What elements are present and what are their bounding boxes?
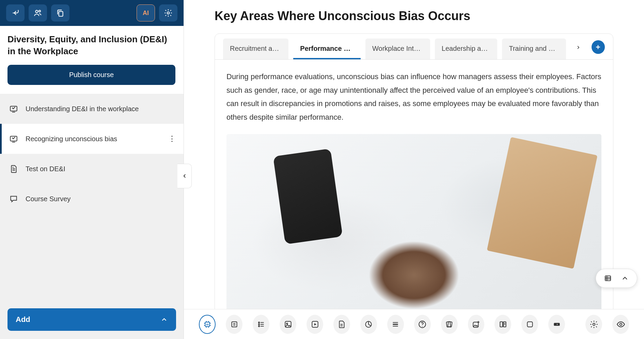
image-plus-icon xyxy=(472,320,481,329)
svg-rect-40 xyxy=(527,322,532,327)
svg-point-30 xyxy=(422,326,423,326)
list-icon xyxy=(257,320,266,329)
tab-leadership[interactable]: Leadership an… xyxy=(435,39,498,59)
tool-list[interactable] xyxy=(253,315,269,334)
bottom-toolbar: AI xyxy=(184,309,644,339)
lesson-list: Understanding DE&I in the workplace Reco… xyxy=(0,94,184,301)
settings-button[interactable] xyxy=(159,4,177,21)
tool-image-plus[interactable] xyxy=(468,315,485,334)
sidebar-top-bar: AI xyxy=(0,0,184,26)
tool-document[interactable] xyxy=(333,315,350,334)
tool-container[interactable] xyxy=(521,315,538,334)
chevron-left-icon xyxy=(182,173,188,179)
add-button[interactable]: Add xyxy=(7,308,176,331)
content-image[interactable] xyxy=(226,134,601,309)
svg-rect-2 xyxy=(59,12,63,16)
outline-collapse-button[interactable] xyxy=(616,270,633,286)
tool-divider[interactable] xyxy=(387,315,404,334)
body-text[interactable]: During performance evaluations, unconsci… xyxy=(226,70,601,124)
outline-list-button[interactable] xyxy=(599,270,616,286)
tool-columns[interactable] xyxy=(494,315,511,334)
content-area: Key Areas Where Unconscious Bias Occurs … xyxy=(184,0,644,309)
svg-point-44 xyxy=(619,323,622,325)
collapse-sidebar-button[interactable] xyxy=(177,164,192,188)
add-tab-button[interactable] xyxy=(592,40,605,54)
ai-button[interactable]: AI xyxy=(137,4,155,21)
tool-preview[interactable] xyxy=(612,315,629,334)
tool-text[interactable] xyxy=(226,315,242,334)
publish-button[interactable]: Publish course xyxy=(7,65,175,85)
plus-icon xyxy=(595,44,601,50)
ai-chip-icon: AI xyxy=(203,320,212,329)
svg-rect-10 xyxy=(232,322,237,327)
lesson-label: Test on DE&I xyxy=(26,165,176,173)
tool-cards[interactable] xyxy=(441,315,458,334)
lesson-label: Course Survey xyxy=(26,195,176,203)
video-icon xyxy=(311,320,319,329)
add-button-label: Add xyxy=(16,315,30,324)
columns-icon xyxy=(499,320,507,329)
chevron-up-icon xyxy=(621,274,629,282)
svg-point-3 xyxy=(167,12,170,14)
list-grid-icon xyxy=(604,274,612,282)
tab-recruitment[interactable]: Recruitment an… xyxy=(223,39,288,59)
tool-video[interactable] xyxy=(307,315,323,334)
floating-outline-chip xyxy=(596,269,637,288)
svg-marker-22 xyxy=(314,323,316,325)
eye-icon xyxy=(616,320,625,329)
tabs-scroll-right[interactable] xyxy=(572,41,585,54)
sidebar: AI Diversity, Equity, and Inclusion (DE&… xyxy=(0,0,184,339)
back-button[interactable] xyxy=(6,4,25,21)
section-title: Key Areas Where Unconscious Bias Occurs xyxy=(215,9,613,23)
tool-settings[interactable] xyxy=(585,315,602,334)
help-icon xyxy=(418,320,427,329)
sidebar-footer: Add xyxy=(0,301,184,339)
svg-point-15 xyxy=(258,325,260,326)
tool-chart[interactable] xyxy=(360,315,377,334)
svg-point-1 xyxy=(39,10,41,12)
svg-text:AI: AI xyxy=(206,323,209,326)
tabs-header: Recruitment an… Performance E… Workplace… xyxy=(215,34,613,60)
tool-help[interactable] xyxy=(414,315,431,334)
tool-ai[interactable]: AI xyxy=(199,315,216,334)
svg-point-14 xyxy=(258,324,260,325)
image-icon xyxy=(284,320,293,329)
tab-training[interactable]: Training and D… xyxy=(502,39,566,59)
lesson-item-recognizing[interactable]: Recognizing unconscious bias ⋮ xyxy=(0,124,184,154)
chevron-up-icon xyxy=(160,316,168,323)
lesson-more-icon[interactable]: ⋮ xyxy=(168,134,176,143)
text-icon xyxy=(230,320,239,329)
slides-icon xyxy=(9,134,18,143)
main: Key Areas Where Unconscious Bias Occurs … xyxy=(184,0,644,339)
button-icon xyxy=(552,320,561,329)
gear-icon xyxy=(590,320,598,329)
lesson-item-understanding[interactable]: Understanding DE&I in the workplace xyxy=(0,94,184,124)
users-button[interactable] xyxy=(29,4,47,21)
tool-button[interactable] xyxy=(548,315,565,334)
svg-rect-45 xyxy=(605,276,611,281)
tool-image[interactable] xyxy=(280,315,296,334)
document-icon xyxy=(337,320,346,329)
document-icon xyxy=(9,164,18,173)
copy-button[interactable] xyxy=(51,4,69,21)
container-icon xyxy=(525,320,534,329)
chat-icon xyxy=(9,194,18,203)
svg-rect-36 xyxy=(500,322,503,327)
tabs-body: During performance evaluations, unconsci… xyxy=(215,60,613,309)
lesson-label: Understanding DE&I in the workplace xyxy=(26,105,176,113)
lesson-item-survey[interactable]: Course Survey xyxy=(0,184,184,214)
lesson-item-test[interactable]: Test on DE&I xyxy=(0,154,184,184)
tab-workplace[interactable]: Workplace Inte… xyxy=(365,39,430,59)
tabs-card: Recruitment an… Performance E… Workplace… xyxy=(215,33,613,309)
slides-icon xyxy=(9,104,18,113)
lesson-label: Recognizing unconscious bias xyxy=(26,135,160,143)
svg-point-0 xyxy=(35,10,38,13)
cards-icon xyxy=(445,320,454,329)
sidebar-header: Diversity, Equity, and Inclusion (DE&I) … xyxy=(0,26,184,94)
chevron-right-icon xyxy=(576,45,581,50)
svg-point-43 xyxy=(593,323,595,325)
tab-performance[interactable]: Performance E… xyxy=(293,39,361,59)
course-title: Diversity, Equity, and Inclusion (DE&I) … xyxy=(7,33,176,57)
svg-point-20 xyxy=(286,323,287,324)
svg-point-13 xyxy=(258,322,260,323)
